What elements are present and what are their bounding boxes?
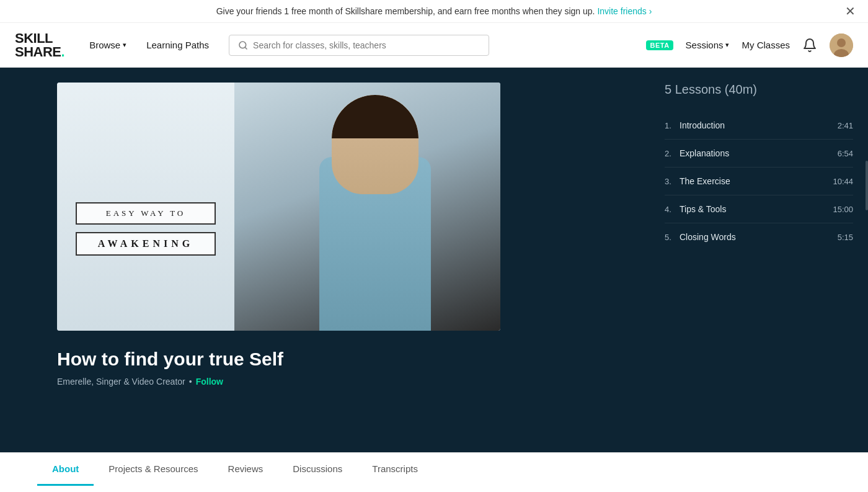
nav-right: BETA Sessions ▾ My Classes (646, 34, 853, 57)
lesson-time-1: 2:41 (838, 121, 853, 130)
logo-bottom: SHARE. (15, 45, 64, 59)
video-player[interactable]: EASY WAY TO AWAKENING (57, 83, 500, 331)
lesson-time-2: 6:54 (838, 149, 853, 158)
tab-about[interactable]: About (37, 454, 94, 486)
tab-transcripts[interactable]: Transcripts (357, 454, 433, 486)
lessons-panel: 5 Lessons (40m) 1. Introduction 2:41 2. … (645, 68, 868, 452)
lesson-name-2: Explanations (680, 148, 830, 158)
lesson-name-1: Introduction (680, 120, 830, 130)
video-inner: EASY WAY TO AWAKENING (57, 83, 500, 331)
lesson-item-4[interactable]: 4. Tips & Tools 15:00 (665, 195, 853, 223)
lesson-item-5[interactable]: 5. Closing Words 5:15 (665, 223, 853, 251)
video-background (234, 83, 500, 331)
svg-line-1 (245, 47, 247, 49)
lessons-scrollbar (866, 161, 868, 210)
lesson-name-5: Closing Words (680, 232, 830, 242)
browse-label: Browse (89, 40, 120, 50)
tab-reviews[interactable]: Reviews (213, 454, 278, 486)
instructor-name: Emerelle, Singer & Video Creator (57, 377, 185, 387)
sessions-chevron-icon: ▾ (725, 41, 729, 49)
lesson-item-3[interactable]: 3. The Exercise 10:44 (665, 168, 853, 195)
person-figure (313, 95, 450, 331)
sessions-nav-link[interactable]: Sessions ▾ (686, 40, 730, 50)
lesson-num-2: 2. (665, 149, 680, 158)
lesson-time-5: 5:15 (838, 233, 853, 242)
lessons-duration: (40m) (725, 83, 757, 96)
tab-projects-resources[interactable]: Projects & Resources (94, 454, 213, 486)
avatar-image (830, 34, 853, 57)
lesson-item-2[interactable]: 2. Explanations 6:54 (665, 140, 853, 168)
lesson-num-5: 5. (665, 233, 680, 242)
lesson-name-3: The Exercise (680, 176, 825, 186)
lessons-count: 5 Lessons (665, 83, 721, 96)
notification-icon[interactable] (802, 38, 817, 53)
left-sidebar-strip (0, 68, 37, 452)
video-right-panel (234, 83, 500, 331)
svg-point-3 (837, 38, 846, 47)
lesson-num-4: 4. (665, 205, 680, 214)
learning-paths-label: Learning Paths (146, 40, 209, 50)
main-content: EASY WAY TO AWAKENING (0, 68, 868, 452)
lesson-name-4: Tips & Tools (680, 204, 825, 214)
myclasses-nav-link[interactable]: My Classes (742, 40, 790, 50)
browse-chevron-icon: ▾ (123, 41, 126, 49)
skillshare-logo[interactable]: SKILL SHARE. (15, 32, 64, 59)
logo-top: SKILL (15, 32, 64, 45)
invite-friends-link[interactable]: Invite friends (597, 6, 652, 16)
follow-button[interactable]: Follow (196, 377, 223, 387)
lesson-num-3: 3. (665, 177, 680, 186)
avatar[interactable] (830, 34, 853, 57)
search-bar[interactable] (229, 35, 489, 56)
browse-nav-link[interactable]: Browse ▾ (89, 40, 126, 50)
sessions-label: Sessions (686, 40, 724, 50)
video-text-awakening: AWAKENING (76, 232, 216, 256)
course-info-section: How to find your true Self Emerelle, Sin… (57, 348, 625, 387)
content-area: EASY WAY TO AWAKENING (37, 68, 645, 452)
navbar: SKILL SHARE. Browse ▾ Learning Paths BET… (0, 23, 868, 68)
lessons-list: 1. Introduction 2:41 2. Explanations 6:5… (665, 112, 853, 251)
banner-close-button[interactable]: ✕ (845, 4, 856, 19)
learning-paths-nav-link[interactable]: Learning Paths (146, 40, 209, 50)
banner-text: Give your friends 1 free month of Skills… (216, 6, 595, 16)
lesson-item-1[interactable]: 1. Introduction 2:41 (665, 112, 853, 140)
lesson-num-1: 1. (665, 121, 680, 130)
lesson-time-3: 10:44 (833, 177, 853, 186)
course-instructor-line: Emerelle, Singer & Video Creator • Follo… (57, 377, 625, 387)
search-icon (238, 40, 248, 50)
search-input[interactable] (253, 40, 480, 50)
tab-discussions[interactable]: Discussions (278, 454, 357, 486)
announcement-banner: Give your friends 1 free month of Skills… (0, 0, 868, 23)
beta-badge: BETA (646, 40, 673, 50)
lessons-header: 5 Lessons (40m) (665, 83, 853, 97)
video-overlay-left: EASY WAY TO AWAKENING (57, 83, 234, 331)
course-title: How to find your true Self (57, 348, 625, 370)
bottom-tabs-bar: About Projects & Resources Reviews Discu… (0, 452, 868, 486)
lesson-time-4: 15:00 (833, 205, 853, 214)
separator: • (189, 377, 192, 387)
video-text-easy-way: EASY WAY TO (76, 202, 216, 225)
